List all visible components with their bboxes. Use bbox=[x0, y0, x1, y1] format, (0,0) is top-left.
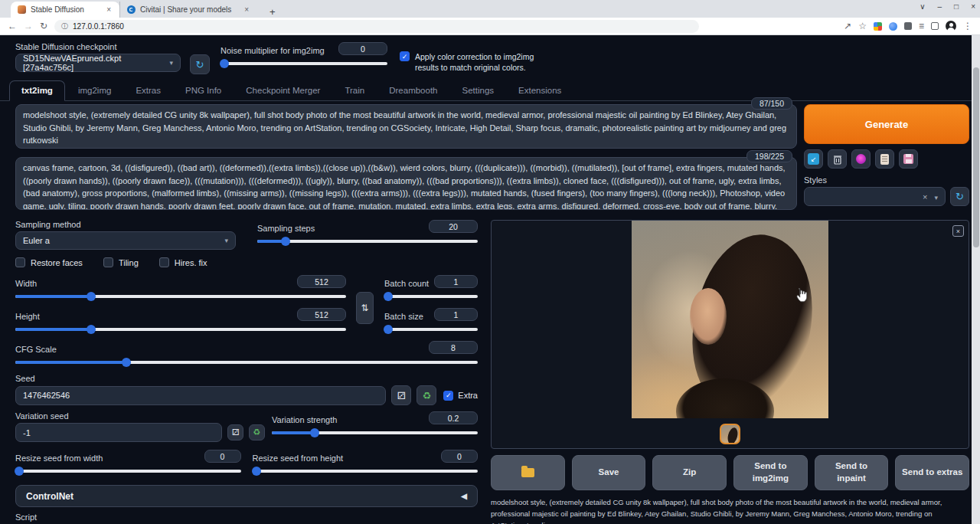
chevron-down-icon[interactable]: ▾ bbox=[934, 194, 938, 201]
send-to-img2img-button[interactable]: Send to img2img bbox=[733, 455, 808, 490]
slider-knob[interactable] bbox=[281, 237, 290, 246]
address-bar[interactable]: ⓘ 127.0.0.1:7860 bbox=[54, 20, 699, 33]
tab-img2img[interactable]: img2img bbox=[67, 81, 122, 100]
extra-seed-toggle[interactable]: ✓ Extra bbox=[443, 391, 478, 401]
open-folder-button[interactable] bbox=[491, 455, 565, 490]
controlnet-accordion[interactable]: ControlNet ◀ bbox=[15, 485, 478, 507]
variation-strength-slider[interactable] bbox=[272, 427, 478, 437]
refresh-styles-button[interactable]: ↻ bbox=[950, 187, 969, 206]
scrollbar-thumb[interactable] bbox=[973, 67, 979, 247]
site-info-icon[interactable]: ⓘ bbox=[61, 21, 68, 31]
restore-faces-toggle[interactable]: Restore faces bbox=[15, 257, 83, 267]
extensions-puzzle-icon[interactable] bbox=[904, 22, 912, 30]
profile-avatar[interactable] bbox=[946, 21, 956, 31]
clear-prompt-button[interactable] bbox=[828, 149, 847, 169]
slider-knob[interactable] bbox=[122, 358, 131, 367]
width-input[interactable]: 512 bbox=[297, 275, 346, 288]
forward-icon[interactable]: → bbox=[24, 21, 33, 31]
close-preview-icon[interactable]: × bbox=[952, 225, 964, 237]
batch-count-input[interactable]: 1 bbox=[434, 275, 478, 288]
new-tab-button[interactable]: + bbox=[265, 6, 280, 18]
extra-checkbox[interactable]: ✓ bbox=[443, 391, 453, 401]
save-style-button[interactable] bbox=[899, 149, 918, 169]
sidebar-icon[interactable] bbox=[931, 22, 939, 30]
clear-styles-icon[interactable]: × bbox=[923, 192, 927, 201]
send-to-inpaint-button[interactable]: Send to inpaint bbox=[815, 455, 889, 490]
swap-dimensions-button[interactable]: ⇅ bbox=[356, 292, 374, 324]
resize-seed-width-slider[interactable] bbox=[15, 466, 241, 476]
back-icon[interactable]: ← bbox=[8, 21, 17, 31]
minimize-icon[interactable]: – bbox=[938, 2, 942, 11]
browser-tab-stable-diffusion[interactable]: Stable Diffusion × bbox=[11, 2, 119, 18]
tab-close-icon[interactable]: × bbox=[105, 5, 113, 14]
resize-seed-width-input[interactable]: 0 bbox=[204, 450, 241, 463]
slider-knob[interactable] bbox=[87, 292, 96, 301]
tiling-checkbox[interactable] bbox=[103, 257, 113, 267]
height-input[interactable]: 512 bbox=[297, 308, 346, 321]
extra-networks-button[interactable] bbox=[851, 149, 871, 169]
refresh-checkpoint-button[interactable]: ↻ bbox=[190, 54, 210, 74]
extension-circle-icon[interactable] bbox=[889, 22, 897, 31]
save-button[interactable]: Save bbox=[572, 455, 646, 490]
hires-fix-checkbox[interactable] bbox=[159, 257, 169, 267]
cfg-scale-input[interactable]: 8 bbox=[429, 341, 478, 354]
reuse-seed-button[interactable]: ♻ bbox=[416, 385, 436, 405]
resize-seed-height-input[interactable]: 0 bbox=[441, 450, 478, 463]
restore-faces-checkbox[interactable] bbox=[15, 257, 25, 267]
reading-list-icon[interactable]: ≡ bbox=[919, 21, 924, 31]
slider-knob[interactable] bbox=[310, 428, 319, 437]
variation-strength-input[interactable]: 0.2 bbox=[429, 411, 478, 424]
batch-size-slider[interactable] bbox=[384, 324, 478, 334]
prompt-input[interactable]: modelshoot style, (extremely detailed CG… bbox=[15, 104, 797, 149]
extension-grid-icon[interactable] bbox=[874, 22, 882, 31]
batch-count-slider[interactable] bbox=[384, 291, 478, 301]
tab-dreambooth[interactable]: Dreambooth bbox=[377, 81, 449, 100]
variation-seed-input[interactable] bbox=[15, 423, 222, 442]
zip-button[interactable]: Zip bbox=[652, 455, 727, 490]
cfg-scale-slider[interactable] bbox=[15, 357, 478, 367]
random-variation-seed-button[interactable]: ⚂ bbox=[227, 424, 243, 440]
sampling-steps-slider[interactable] bbox=[257, 236, 478, 246]
paste-parameters-button[interactable]: ↙ bbox=[804, 149, 823, 169]
slider-knob[interactable] bbox=[15, 467, 24, 476]
noise-multiplier-slider[interactable] bbox=[220, 58, 387, 68]
color-correction-checkbox[interactable]: ✓ bbox=[400, 51, 410, 61]
tiling-toggle[interactable]: Tiling bbox=[103, 257, 139, 267]
apply-styles-button[interactable] bbox=[875, 149, 894, 169]
browser-menu-icon[interactable]: ⋮ bbox=[963, 21, 972, 31]
noise-multiplier-input[interactable]: 0 bbox=[338, 42, 387, 55]
tab-extensions[interactable]: Extensions bbox=[507, 81, 573, 100]
bookmark-star-icon[interactable]: ☆ bbox=[858, 21, 867, 31]
tab-train[interactable]: Train bbox=[333, 81, 376, 100]
close-icon[interactable]: × bbox=[971, 2, 975, 11]
height-slider[interactable] bbox=[15, 324, 346, 334]
reload-icon[interactable]: ↻ bbox=[40, 21, 47, 31]
styles-dropdown[interactable]: × ▾ bbox=[804, 187, 946, 206]
slider-knob[interactable] bbox=[384, 292, 393, 301]
maximize-icon[interactable]: □ bbox=[954, 2, 959, 11]
page-scrollbar[interactable] bbox=[972, 35, 980, 524]
generate-button[interactable]: Generate bbox=[804, 104, 969, 144]
send-to-extras-button[interactable]: Send to extras bbox=[895, 455, 969, 490]
slider-knob[interactable] bbox=[384, 325, 393, 334]
tab-settings[interactable]: Settings bbox=[451, 81, 506, 100]
slider-knob[interactable] bbox=[87, 325, 96, 334]
hires-fix-toggle[interactable]: Hires. fix bbox=[159, 257, 207, 267]
batch-size-input[interactable]: 1 bbox=[434, 308, 478, 321]
tab-txt2img[interactable]: txt2img bbox=[9, 80, 65, 101]
checkpoint-dropdown[interactable]: SD15NewVAEpruned.ckpt [27a4ac756c] ▾ bbox=[15, 54, 181, 72]
tab-extras[interactable]: Extras bbox=[124, 81, 172, 100]
reuse-variation-seed-button[interactable]: ♻ bbox=[249, 424, 265, 440]
share-icon[interactable]: ↗ bbox=[844, 21, 851, 31]
slider-knob[interactable] bbox=[252, 467, 261, 476]
sampling-steps-input[interactable]: 20 bbox=[429, 220, 478, 233]
slider-knob[interactable] bbox=[220, 59, 229, 68]
sampling-method-dropdown[interactable]: Euler a ▾ bbox=[15, 231, 236, 250]
gallery-thumbnail-selected[interactable] bbox=[720, 424, 740, 444]
width-slider[interactable] bbox=[15, 291, 346, 301]
negative-prompt-input[interactable]: canvas frame, cartoon, 3d, ((disfigured)… bbox=[15, 157, 797, 210]
browser-tab-civitai[interactable]: Civitai | Share your models × bbox=[119, 2, 257, 18]
tab-checkpoint-merger[interactable]: Checkpoint Merger bbox=[234, 81, 332, 100]
tab-png-info[interactable]: PNG Info bbox=[174, 81, 233, 100]
resize-seed-height-slider[interactable] bbox=[253, 466, 479, 476]
